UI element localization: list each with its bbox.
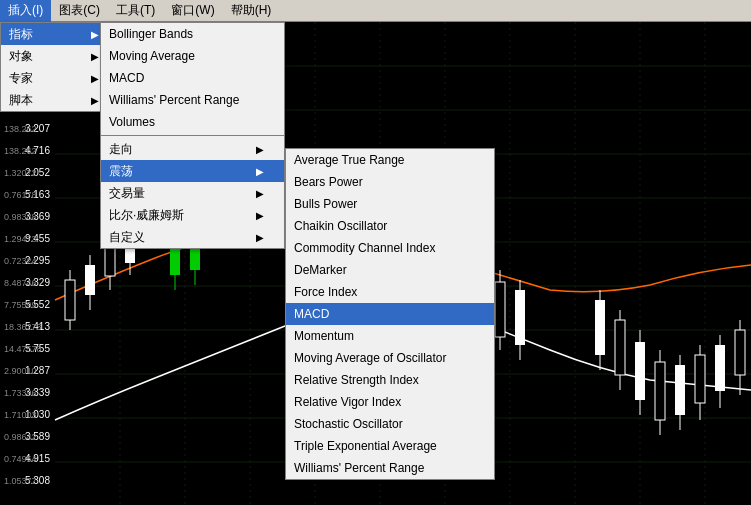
svg-rect-26 bbox=[105, 248, 115, 276]
menu-item-tema[interactable]: Triple Exponential Average bbox=[286, 435, 494, 457]
arrow-icon: ▶ bbox=[256, 232, 264, 243]
arrow-icon: ▶ bbox=[256, 188, 264, 199]
svg-rect-38 bbox=[515, 290, 525, 345]
svg-text:0.98642: 0.98642 bbox=[4, 432, 37, 442]
menu-item-bears-power[interactable]: Bears Power bbox=[286, 171, 494, 193]
arrow-icon: ▶ bbox=[256, 210, 264, 221]
menu-item-bollinger[interactable]: Bollinger Bands bbox=[101, 23, 284, 45]
svg-rect-36 bbox=[495, 282, 505, 337]
svg-text:1.05377: 1.05377 bbox=[4, 476, 37, 486]
svg-text:0.76178: 0.76178 bbox=[4, 190, 37, 200]
menu-item-oscillator[interactable]: 震荡 ▶ bbox=[101, 160, 284, 182]
svg-rect-48 bbox=[675, 365, 685, 415]
svg-rect-54 bbox=[735, 330, 745, 375]
svg-text:0.98388: 0.98388 bbox=[4, 212, 37, 222]
menu-item-bulls-power[interactable]: Bulls Power bbox=[286, 193, 494, 215]
menu-item-custom[interactable]: 自定义 ▶ bbox=[101, 226, 284, 248]
menu-item-volumes[interactable]: Volumes bbox=[101, 111, 284, 133]
svg-text:0.72324: 0.72324 bbox=[4, 256, 37, 266]
svg-text:138.262: 138.262 bbox=[4, 146, 37, 156]
svg-text:1.71003: 1.71003 bbox=[4, 410, 37, 420]
menu-item-macd-top[interactable]: MACD bbox=[101, 67, 284, 89]
svg-rect-44 bbox=[635, 342, 645, 400]
menu-item-ma[interactable]: Moving Average bbox=[101, 45, 284, 67]
menu-insert[interactable]: 插入(I) bbox=[0, 0, 51, 22]
arrow-icon: ▶ bbox=[91, 95, 99, 106]
arrow-icon: ▶ bbox=[256, 166, 264, 177]
menu-chart[interactable]: 图表(C) bbox=[51, 0, 108, 22]
svg-text:1.73396: 1.73396 bbox=[4, 388, 37, 398]
separator-1 bbox=[101, 135, 284, 136]
menu-item-rvi[interactable]: Relative Vigor Index bbox=[286, 391, 494, 413]
menu-help[interactable]: 帮助(H) bbox=[223, 0, 280, 22]
svg-rect-46 bbox=[655, 362, 665, 420]
arrow-icon: ▶ bbox=[256, 144, 264, 155]
menu-item-volume2[interactable]: 交易量 ▶ bbox=[101, 182, 284, 204]
menu-item-bill-williams[interactable]: 比尔·威廉姆斯 ▶ bbox=[101, 204, 284, 226]
menu-item-maos[interactable]: Moving Average of Oscillator bbox=[286, 347, 494, 369]
svg-text:14.47578: 14.47578 bbox=[4, 344, 42, 354]
svg-rect-40 bbox=[595, 300, 605, 355]
menu-tools[interactable]: 工具(T) bbox=[108, 0, 163, 22]
menu-window[interactable]: 窗口(W) bbox=[163, 0, 222, 22]
menu-item-atr[interactable]: Average True Range bbox=[286, 149, 494, 171]
svg-text:8.48746: 8.48746 bbox=[4, 278, 37, 288]
menu-item-rsi[interactable]: Relative Strength Index bbox=[286, 369, 494, 391]
svg-rect-50 bbox=[695, 355, 705, 403]
menu-item-macd[interactable]: MACD bbox=[286, 303, 494, 325]
menu-item-stochastic[interactable]: Stochastic Oscillator bbox=[286, 413, 494, 435]
menu-item-momentum[interactable]: Momentum bbox=[286, 325, 494, 347]
arrow-icon: ▶ bbox=[91, 29, 99, 40]
menu-item-force-index[interactable]: Force Index bbox=[286, 281, 494, 303]
arrow-icon: ▶ bbox=[91, 51, 99, 62]
svg-text:0.74954: 0.74954 bbox=[4, 454, 37, 464]
menu-item-chaikin[interactable]: Chaikin Oscillator bbox=[286, 215, 494, 237]
svg-rect-22 bbox=[65, 280, 75, 320]
menu-item-trend[interactable]: 走向 ▶ bbox=[101, 138, 284, 160]
arrow-icon: ▶ bbox=[91, 73, 99, 84]
svg-text:1.29473: 1.29473 bbox=[4, 234, 37, 244]
svg-text:18.36273: 18.36273 bbox=[4, 322, 42, 332]
svg-rect-52 bbox=[715, 345, 725, 391]
indicators-submenu: Bollinger Bands Moving Average MACD Will… bbox=[100, 22, 285, 249]
svg-text:2.90010: 2.90010 bbox=[4, 366, 37, 376]
svg-rect-24 bbox=[85, 265, 95, 295]
svg-text:7.75599: 7.75599 bbox=[4, 300, 37, 310]
svg-rect-42 bbox=[615, 320, 625, 375]
menu-item-wpr[interactable]: Williams' Percent Range bbox=[101, 89, 284, 111]
menu-item-wpr2[interactable]: Williams' Percent Range bbox=[286, 457, 494, 479]
svg-text:1.32072: 1.32072 bbox=[4, 168, 37, 178]
svg-text:138.262: 138.262 bbox=[4, 124, 37, 134]
menu-item-cci[interactable]: Commodity Channel Index bbox=[286, 237, 494, 259]
menu-item-demarker[interactable]: DeMarker bbox=[286, 259, 494, 281]
oscillator-submenu: Average True Range Bears Power Bulls Pow… bbox=[285, 148, 495, 480]
menu-bar: 插入(I) 图表(C) 工具(T) 窗口(W) 帮助(H) bbox=[0, 0, 751, 22]
